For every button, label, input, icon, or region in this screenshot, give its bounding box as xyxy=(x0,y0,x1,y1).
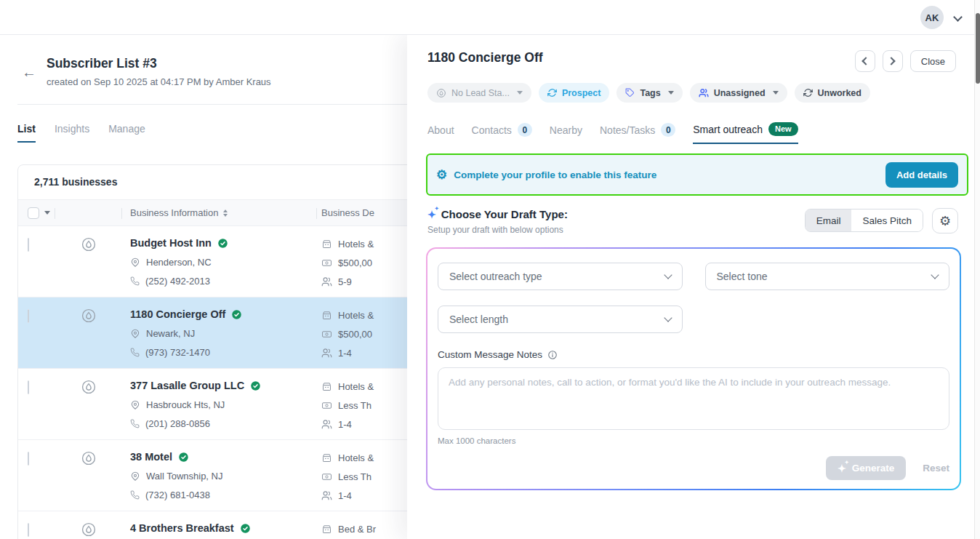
business-location: Wall Township, NJ xyxy=(146,471,222,482)
users-icon xyxy=(321,348,332,359)
next-record-button[interactable] xyxy=(883,50,903,72)
building-icon xyxy=(321,524,332,535)
lead-status-icon xyxy=(436,88,446,98)
draft-type-subtitle: Setup your draft with below options xyxy=(427,225,568,235)
chevron-right-icon xyxy=(888,57,896,65)
business-employees: 1-4 xyxy=(338,490,352,501)
business-revenue: $500,00 xyxy=(338,257,372,268)
phone-icon xyxy=(130,276,140,286)
table-row[interactable]: 377 Lasalle Group LLC Hasbrouck Hts, NJ … xyxy=(18,369,407,440)
row-checkbox[interactable] xyxy=(28,380,29,394)
users-icon xyxy=(321,419,332,430)
business-location: Newark, NJ xyxy=(146,328,195,339)
users-icon xyxy=(321,490,332,501)
lead-status-pill[interactable]: No Lead Sta... xyxy=(427,83,531,103)
tab-insights[interactable]: Insights xyxy=(55,123,89,143)
table-row[interactable]: 4 Brothers Breakfast Warren, NJ Bed & Br xyxy=(18,511,407,539)
business-name[interactable]: 1180 Concierge Off xyxy=(130,308,225,320)
verified-icon xyxy=(178,452,189,463)
tab-notes-tasks[interactable]: Notes/Tasks 0 xyxy=(600,123,675,143)
tab-nearby[interactable]: Nearby xyxy=(550,124,582,143)
assignee-pill[interactable]: Unassigned xyxy=(690,83,787,103)
sort-icon[interactable] xyxy=(223,209,228,217)
tags-pill[interactable]: Tags xyxy=(616,83,682,103)
complete-profile-banner: ⚙ Complete your profile to enable this f… xyxy=(426,153,968,196)
scrollbar-thumb[interactable] xyxy=(976,13,980,84)
tone-select[interactable]: Select tone xyxy=(705,263,950,290)
scrollbar-track[interactable] xyxy=(974,0,980,539)
tab-list[interactable]: List xyxy=(17,123,36,143)
table-body: Budget Host Inn Henderson, NC (252) 492-… xyxy=(18,226,407,539)
building-icon xyxy=(321,239,332,249)
back-button[interactable]: ← xyxy=(22,57,36,87)
table-row[interactable]: Budget Host Inn Henderson, NC (252) 492-… xyxy=(18,226,407,298)
mode-email-button[interactable]: Email xyxy=(806,209,852,231)
business-location: Hasbrouck Hts, NJ xyxy=(146,399,225,410)
caret-down-icon xyxy=(773,91,779,95)
chevron-left-icon xyxy=(862,57,870,65)
business-name[interactable]: Budget Host Inn xyxy=(130,237,212,249)
avatar[interactable]: AK xyxy=(920,6,944,29)
lead-status-icon xyxy=(81,308,97,324)
caret-down-icon xyxy=(668,91,674,95)
business-name[interactable]: 4 Brothers Breakfast xyxy=(130,522,234,534)
sparkle-icon: ✦ xyxy=(838,463,846,474)
tab-manage[interactable]: Manage xyxy=(108,123,145,143)
outreach-type-select[interactable]: Select outreach type xyxy=(438,263,683,290)
table-row[interactable]: 38 Motel Wall Township, NJ (732) 681-043… xyxy=(18,440,407,511)
table-row[interactable]: 1180 Concierge Off Newark, NJ (973) 732-… xyxy=(18,298,407,369)
row-checkbox[interactable] xyxy=(28,309,29,323)
unworked-pill[interactable]: Unworked xyxy=(795,83,870,103)
prospect-pill[interactable]: Prospect xyxy=(539,83,610,103)
building-icon xyxy=(321,452,332,463)
gear-icon: ⚙ xyxy=(436,169,447,181)
business-phone: (201) 288-0856 xyxy=(145,418,210,429)
chevron-down-icon xyxy=(664,314,672,322)
generate-button[interactable]: ✦ Generate xyxy=(826,456,906,480)
business-detail-panel: 1180 Concierge Off Close No Lead Sta... … xyxy=(407,35,980,539)
status-column-header xyxy=(55,200,121,225)
mode-sales-pitch-button[interactable]: Sales Pitch xyxy=(851,209,923,231)
business-employees: 1-4 xyxy=(338,348,352,359)
tab-contacts[interactable]: Contacts 0 xyxy=(472,123,532,143)
business-category: Bed & Br xyxy=(338,524,376,535)
location-pin-icon xyxy=(130,329,140,339)
reset-button[interactable]: Reset xyxy=(923,463,949,474)
lead-status-icon xyxy=(81,379,97,395)
row-checkbox[interactable] xyxy=(28,452,29,466)
row-checkbox[interactable] xyxy=(28,238,29,252)
lead-status-icon xyxy=(81,450,97,466)
close-button[interactable]: Close xyxy=(910,50,956,72)
business-revenue: Less Th xyxy=(338,400,371,411)
draft-mode-toggle: Email Sales Pitch xyxy=(805,209,923,232)
business-revenue: $500,00 xyxy=(338,329,372,340)
draft-settings-button[interactable]: ⚙ xyxy=(932,208,958,233)
draft-type-title: Choose Your Draft Type: xyxy=(441,208,568,220)
banknote-icon xyxy=(321,400,332,411)
column-business-details: Business De xyxy=(316,200,407,225)
custom-notes-label: Custom Message Notes xyxy=(438,349,542,360)
tab-about[interactable]: About xyxy=(427,124,454,143)
verified-icon xyxy=(250,380,261,391)
users-icon xyxy=(699,88,709,98)
location-pin-icon xyxy=(130,400,140,410)
prev-record-button[interactable] xyxy=(855,50,875,72)
detail-title: 1180 Concierge Off xyxy=(427,50,543,65)
business-name[interactable]: 377 Lasalle Group LLC xyxy=(130,380,244,391)
select-all-checkbox[interactable] xyxy=(28,207,39,219)
select-all-caret-icon[interactable] xyxy=(44,211,50,215)
add-details-button[interactable]: Add details xyxy=(885,162,958,188)
phone-icon xyxy=(130,490,140,500)
tab-smart-outreach[interactable]: Smart outreach New xyxy=(693,122,798,144)
chevron-down-icon[interactable] xyxy=(953,12,963,22)
custom-notes-textarea[interactable] xyxy=(438,367,949,430)
verified-icon xyxy=(240,523,251,534)
chevron-down-icon xyxy=(664,271,672,279)
verified-icon xyxy=(217,238,228,249)
length-select[interactable]: Select length xyxy=(438,306,683,333)
business-phone: (973) 732-1470 xyxy=(145,347,210,358)
business-name[interactable]: 38 Motel xyxy=(130,451,172,463)
row-checkbox[interactable] xyxy=(28,523,29,537)
column-business-information[interactable]: Business Information xyxy=(121,200,316,225)
chevron-down-icon xyxy=(931,271,939,279)
